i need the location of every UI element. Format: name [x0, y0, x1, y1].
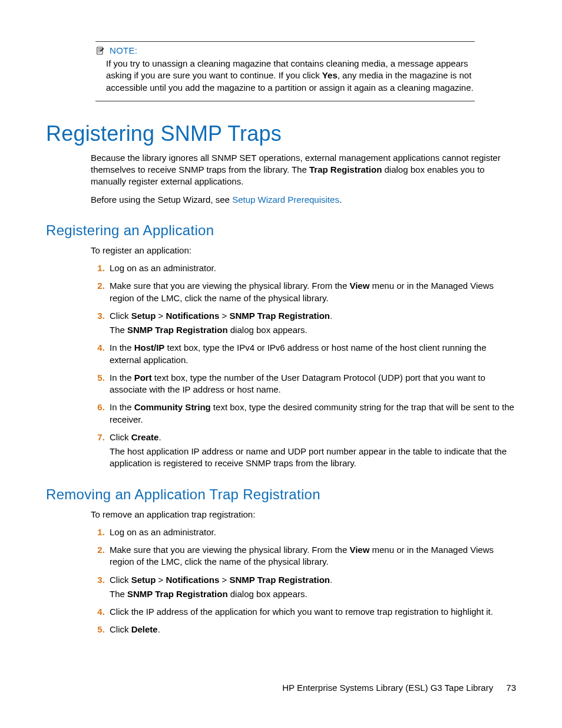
heading-registering-application: Registering an Application: [46, 222, 516, 239]
stepB-3: Click Setup > Notifications > SNMP Trap …: [107, 574, 516, 601]
heading-registering-snmp-traps: Registering SNMP Traps: [46, 121, 516, 146]
stepA-5-pre: In the: [110, 373, 134, 383]
link-setup-wizard-prerequisites[interactable]: Setup Wizard Prerequisites: [232, 195, 339, 205]
stepA-1-text: Log on as an administrator.: [110, 263, 216, 273]
sectionA-lead: To register an application:: [91, 245, 516, 256]
stepB-3-setup: Setup: [131, 575, 156, 585]
stepA-4-post: text box, type the IPv4 or IPv6 address …: [110, 342, 487, 364]
sectionA-steps: Log on as an administrator. Make sure th…: [91, 262, 516, 470]
intro1-bold: Trap Registration: [309, 164, 382, 174]
stepA-6-pre: In the: [110, 402, 134, 412]
stepB-1: Log on as an administrator.: [107, 526, 516, 538]
stepA-6-b: Community String: [134, 402, 211, 412]
document-page: NOTE: If you try to unassign a cleaning …: [0, 0, 562, 728]
stepA-3-sep1: >: [156, 311, 166, 321]
note-header: NOTE:: [95, 45, 475, 55]
stepA-1: Log on as an administrator.: [107, 262, 516, 274]
intro2-pre: Before using the Setup Wizard, see: [91, 195, 232, 205]
stepB-2-view: View: [349, 545, 369, 555]
stepA-5-b: Port: [134, 373, 152, 383]
note-body: If you try to unassign a cleaning magazi…: [106, 58, 475, 94]
stepB-3-l2-pre: The: [110, 589, 127, 599]
stepB-2: Make sure that you are viewing the physi…: [107, 544, 516, 568]
stepA-7-click: Click: [110, 432, 131, 442]
stepB-2-pre: Make sure that you are viewing the physi…: [110, 545, 349, 555]
stepA-7: Click Create. The host application IP ad…: [107, 431, 516, 470]
stepA-3-end: .: [330, 311, 332, 321]
page-number: 73: [506, 683, 516, 693]
stepA-3-setup: Setup: [131, 311, 156, 321]
stepB-5-end: .: [158, 624, 160, 634]
note-label: NOTE:: [110, 45, 137, 55]
stepB-3-sep1: >: [156, 575, 166, 585]
note-box: NOTE: If you try to unassign a cleaning …: [95, 41, 475, 101]
stepA-3-sep2: >: [219, 311, 229, 321]
stepA-2-view: View: [349, 281, 369, 291]
intro2-post: .: [339, 195, 342, 205]
heading-removing-application-trap: Removing an Application Trap Registratio…: [46, 486, 516, 503]
intro-paragraph-2: Before using the Setup Wizard, see Setup…: [91, 194, 516, 206]
intro-paragraph-1: Because the library ignores all SNMP SET…: [91, 152, 516, 188]
stepB-4-text: Click the IP address of the application …: [110, 607, 493, 617]
stepA-7-b: Create: [131, 432, 159, 442]
stepA-5-post: text box, type the number of the User Da…: [110, 373, 485, 394]
stepA-3-notif: Notifications: [166, 311, 219, 321]
stepB-1-text: Log on as an administrator.: [110, 527, 216, 537]
stepA-3: Click Setup > Notifications > SNMP Trap …: [107, 310, 516, 337]
stepB-3-end: .: [330, 575, 332, 585]
footer-doc-title: HP Enterprise Systems Library (ESL) G3 T…: [282, 683, 493, 693]
stepB-3-sep2: >: [219, 575, 229, 585]
stepA-6: In the Community String text box, type t…: [107, 401, 516, 426]
stepA-3-click: Click: [110, 311, 131, 321]
stepA-4: In the Host/IP text box, type the IPv4 o…: [107, 342, 516, 366]
stepA-7-l2: The host application IP address or name …: [110, 446, 507, 468]
stepA-3-l2-b: SNMP Trap Registration: [127, 325, 228, 335]
stepB-3-click: Click: [110, 575, 131, 585]
stepB-5-b: Delete: [131, 624, 158, 634]
stepB-3-notif: Notifications: [166, 575, 219, 585]
note-icon: [95, 46, 105, 55]
stepA-7-end: .: [158, 432, 161, 442]
stepA-5: In the Port text box, type the number of…: [107, 372, 516, 396]
sectionB-steps: Log on as an administrator. Make sure th…: [91, 526, 516, 636]
page-footer: HP Enterprise Systems Library (ESL) G3 T…: [282, 683, 516, 693]
stepA-3-l2-pre: The: [110, 325, 127, 335]
sectionB-lead: To remove an application trap registrati…: [91, 509, 516, 521]
stepA-3-l2-post: dialog box appears.: [228, 325, 308, 335]
stepB-5-click: Click: [110, 624, 131, 634]
stepB-3-snmp: SNMP Trap Registration: [229, 575, 330, 585]
stepA-4-b: Host/IP: [134, 342, 165, 353]
stepA-2: Make sure that you are viewing the physi…: [107, 280, 516, 304]
stepB-3-l2-b: SNMP Trap Registration: [127, 589, 228, 599]
stepB-3-l2-post: dialog box appears.: [228, 589, 308, 599]
stepA-2-pre: Make sure that you are viewing the physi…: [110, 281, 349, 291]
note-bold-yes: Yes: [322, 70, 338, 80]
stepA-3-snmp: SNMP Trap Registration: [229, 311, 330, 321]
stepA-4-pre: In the: [110, 342, 134, 353]
stepB-4: Click the IP address of the application …: [107, 606, 516, 618]
stepB-5: Click Delete.: [107, 624, 516, 635]
